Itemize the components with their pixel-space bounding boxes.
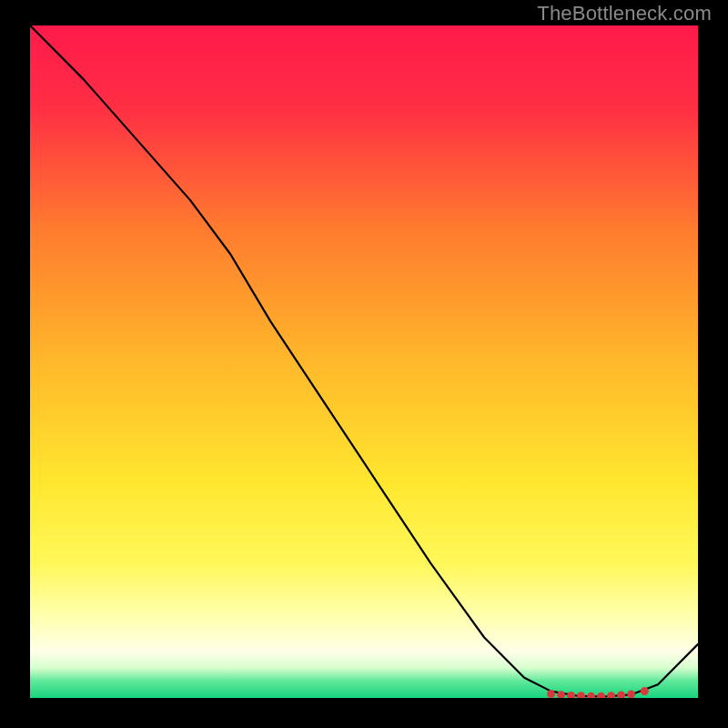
marker-point xyxy=(641,687,649,695)
plot-area xyxy=(30,25,698,698)
attribution-label: TheBottleneck.com xyxy=(537,2,712,25)
chart-svg xyxy=(30,25,698,698)
chart-frame: TheBottleneck.com xyxy=(0,0,728,728)
gradient-background xyxy=(30,25,698,698)
marker-point xyxy=(547,690,555,698)
